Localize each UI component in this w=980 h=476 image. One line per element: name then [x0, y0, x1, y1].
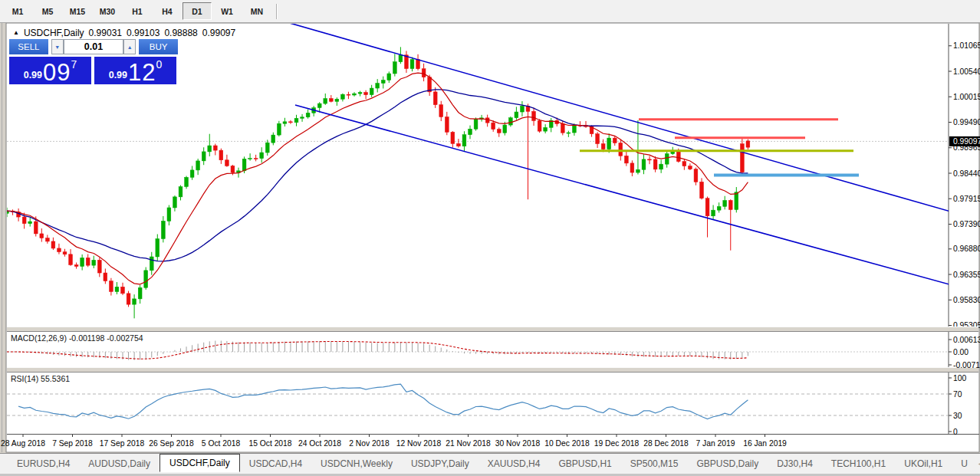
sell-price-display[interactable]: 0.99 09 7 — [9, 57, 91, 84]
candle-body — [705, 199, 709, 216]
tab-usdcad-h4[interactable]: USDCAD,H4 — [240, 456, 311, 471]
ohlc-close: 0.99097 — [202, 28, 235, 38]
candle-body — [138, 287, 142, 299]
tab-dj30-h4[interactable]: DJ30,H4 — [768, 456, 822, 471]
chart-title: ▲ USDCHF,Daily 0.99031 0.99103 0.98888 0… — [13, 28, 235, 38]
tab-u[interactable]: U — [952, 456, 977, 471]
timeframe-button-h4[interactable]: H4 — [153, 2, 182, 20]
candle-body — [144, 271, 148, 287]
candle-body — [492, 123, 495, 129]
candle-body — [283, 122, 287, 123]
buy-button[interactable]: BUY — [139, 39, 178, 54]
candle-body — [538, 120, 541, 131]
timeframe-button-d1[interactable]: D1 — [183, 2, 212, 20]
ohlc-open: 0.99031 — [89, 28, 122, 38]
sell-price-prefix: 0.99 — [24, 70, 42, 80]
macd-axis-label: 0.006137 — [953, 336, 980, 344]
candle-body — [613, 138, 617, 143]
candle-body — [485, 118, 489, 123]
candle-body — [659, 164, 663, 169]
macd-value-signal: -0.002754 — [107, 333, 143, 343]
timeframe-button-h1[interactable]: H1 — [123, 2, 152, 20]
buy-price-pipette: 0 — [156, 58, 163, 71]
candle-body — [156, 238, 159, 256]
candle-body — [370, 88, 373, 95]
current-price-label: 0.99097 — [953, 137, 980, 146]
tab-gbpusd-h1[interactable]: GBPUSD,H1 — [549, 456, 620, 471]
timeframe-button-mn[interactable]: MN — [242, 2, 271, 20]
date-axis-label: 7 Jan 2019 — [696, 439, 735, 448]
tab-audusd-daily[interactable]: AUDUSD,Daily — [79, 456, 159, 471]
candle-body — [225, 160, 229, 166]
tab-eurusd-h4[interactable]: EURUSD,H4 — [8, 456, 79, 471]
candle-body — [271, 135, 275, 143]
tab-xauusd-h4[interactable]: XAUUSD,H4 — [478, 456, 550, 471]
candle-body — [445, 117, 449, 133]
timeframe-button-m5[interactable]: M5 — [33, 2, 62, 20]
tab-tech100-h1[interactable]: TECH100,H1 — [822, 456, 895, 471]
candle-body — [317, 103, 321, 107]
candle-body — [34, 222, 38, 234]
candle-body — [596, 134, 600, 144]
candle-body — [717, 206, 721, 210]
price-axis-label: 0.97390 — [953, 220, 980, 228]
candle-body — [601, 144, 605, 149]
candle-body — [364, 93, 368, 95]
chart-window — [6, 23, 979, 452]
rsi-axis-label: 100 — [953, 374, 966, 382]
tab-gbpusd-daily[interactable]: GBPUSD,Daily — [687, 456, 768, 471]
symbol-period-label: USDCHF,Daily — [24, 28, 84, 38]
timeframe-button-w1[interactable]: W1 — [212, 2, 242, 20]
timeframe-button-m15[interactable]: M15 — [63, 2, 92, 20]
candle-body — [451, 132, 455, 143]
candle-body — [376, 84, 380, 88]
pane-splitter[interactable] — [7, 367, 978, 373]
ohlc-low: 0.98888 — [164, 28, 197, 38]
tab-ukoil-h1[interactable]: UKOil,H1 — [895, 456, 952, 471]
lot-decrease-button[interactable]: ▼ — [51, 39, 64, 54]
candle-body — [51, 241, 55, 248]
candle-body — [294, 118, 298, 122]
candle-body — [416, 60, 420, 69]
candle-body — [28, 222, 32, 224]
lot-increase-button[interactable]: ▲ — [123, 39, 136, 54]
candle-body — [358, 93, 362, 94]
candle-body — [689, 166, 692, 169]
rsi-label: RSI(14) 55.5361 — [11, 374, 70, 383]
timeframe-button-m30[interactable]: M30 — [93, 2, 122, 20]
collapse-triangle-icon: ▲ — [13, 29, 19, 36]
candle-body — [167, 208, 171, 221]
timeframe-toolbar: M1M5M15M30H1H4D1W1MN — [0, 0, 980, 23]
macd-value-main: -0.001198 — [69, 333, 105, 343]
candle-body — [335, 99, 339, 101]
candle-body — [22, 217, 26, 224]
tab-usdchf-daily[interactable]: USDCHF,Daily — [159, 454, 240, 472]
date-axis-label: 12 Nov 2018 — [396, 439, 442, 448]
date-axis-label: 16 Jan 2019 — [743, 439, 787, 448]
candle-body — [45, 238, 49, 241]
pane-splitter[interactable] — [7, 327, 978, 332]
lot-size-input[interactable] — [64, 39, 123, 54]
candle-body — [723, 200, 727, 206]
candle-body — [497, 130, 501, 133]
ohlc-high: 0.99103 — [127, 28, 159, 38]
tab-usdjpy-daily[interactable]: USDJPY,Daily — [402, 456, 478, 471]
candle-body — [457, 143, 461, 146]
tab-sp500-m15[interactable]: SP500,M15 — [621, 456, 688, 471]
date-axis-label: 28 Dec 2018 — [643, 439, 689, 448]
candle-body — [410, 60, 414, 69]
candle-body — [636, 169, 640, 172]
toolbar-separator — [276, 4, 278, 19]
candle-body — [474, 119, 478, 129]
buy-price-display[interactable]: 0.99 12 0 — [94, 57, 176, 84]
candle-body — [301, 117, 304, 119]
price-axis-label: 0.95830 — [953, 296, 980, 304]
tab-usdcnh-weekly[interactable]: USDCNH,Weekly — [311, 456, 402, 471]
tab-scroll-left-icon[interactable]: ◄ — [977, 460, 980, 468]
sell-button[interactable]: SELL — [9, 39, 48, 54]
candle-body — [630, 163, 634, 172]
candle-body — [329, 98, 333, 101]
candle-body — [515, 112, 518, 118]
candle-body — [653, 159, 657, 169]
timeframe-button-m1[interactable]: M1 — [3, 2, 32, 20]
